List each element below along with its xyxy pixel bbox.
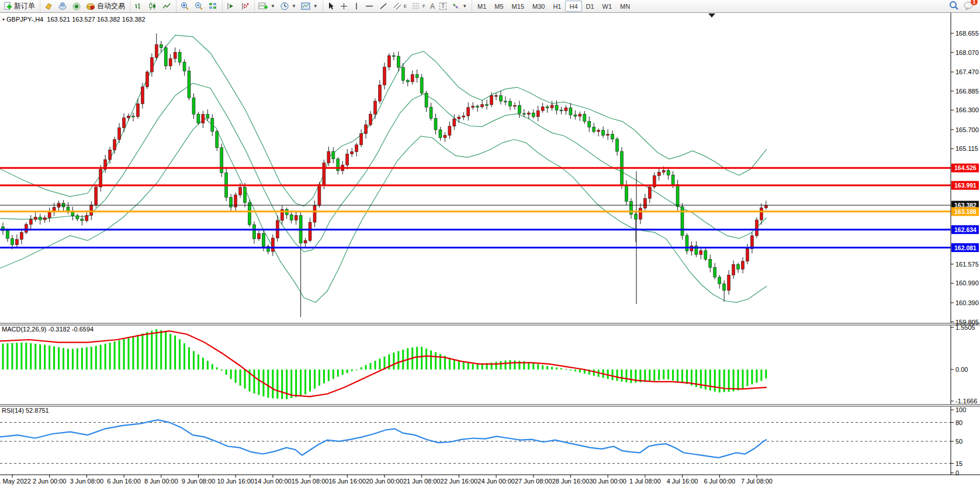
price-tick-label: 160.390: [955, 299, 979, 306]
cursor-icon: [327, 2, 335, 11]
rsi-axis-label: 80: [955, 419, 962, 426]
svg-text:164.526: 164.526: [954, 164, 976, 171]
vertical-line-icon: [353, 2, 360, 11]
chart-shift-icon: [240, 2, 250, 11]
date-tick-label: 24 Jun 00:00: [477, 478, 515, 485]
date-tick-label: 22 Jun 16:00: [441, 478, 478, 485]
line-chart-button[interactable]: [160, 0, 174, 12]
toolbar-group-panels: 自动交易: [40, 0, 129, 12]
timeframe-M5[interactable]: M5: [490, 1, 507, 12]
indicators-dropdown-button[interactable]: ▼: [256, 0, 278, 12]
market-watch-icon: [44, 2, 53, 11]
timeframe-H4[interactable]: H4: [565, 1, 581, 12]
fibonacci-button[interactable]: F: [409, 0, 428, 12]
date-tick-label: 28 Jun 16:00: [552, 478, 590, 485]
auto-scroll-button[interactable]: [224, 0, 238, 12]
date-tick-label: 1 Jul 08:00: [629, 478, 661, 485]
macd-signal-value: -0.6594: [72, 326, 94, 333]
rsi-pane: [0, 420, 951, 463]
date-tick-label: 7 Jul 08:00: [741, 478, 773, 485]
price-pane: [0, 33, 951, 317]
rsi-indicator-label: RSI(14) 52.8751: [2, 407, 49, 414]
rsi-line: [0, 420, 767, 458]
date-axis[interactable]: 31 May 20222 Jun 00:003 Jun 08:006 Jun 1…: [0, 475, 773, 485]
rsi-value: 52.8751: [26, 407, 49, 414]
svg-text:162.634: 162.634: [954, 226, 976, 233]
indicators-icon: [258, 2, 268, 11]
chart-shift-button[interactable]: [238, 0, 252, 12]
rsi-axis-label: 100: [955, 406, 966, 413]
text-button[interactable]: A: [428, 0, 437, 12]
date-tick-label: 6 Jun 16:00: [107, 478, 141, 485]
fibonacci-icon: [411, 2, 421, 11]
arrows-dropdown-button[interactable]: ▼: [449, 0, 469, 12]
navigator-button[interactable]: [56, 0, 70, 12]
chart-canvas[interactable]: 168.655168.070167.470166.885166.300165.7…: [0, 12, 980, 487]
timeframe-D1[interactable]: D1: [582, 1, 598, 12]
timeframe-MN[interactable]: MN: [616, 1, 634, 12]
date-tick-label: 16 Jun 16:00: [328, 478, 366, 485]
autotrading-button[interactable]: 自动交易: [84, 0, 127, 12]
periods-dropdown-button[interactable]: ▼: [278, 0, 299, 12]
market-watch-button[interactable]: [41, 0, 56, 12]
templates-dropdown-button[interactable]: ▼: [299, 0, 320, 12]
new-order-label: 新订单: [14, 1, 35, 11]
auto-scroll-icon: [226, 2, 236, 11]
price-axis[interactable]: 168.655168.070167.470166.885166.300165.7…: [951, 30, 979, 476]
new-order-button[interactable]: 新订单: [1, 0, 37, 12]
date-tick-label: 20 Jun 00:00: [366, 478, 403, 485]
price-tick-label: 160.990: [955, 279, 979, 286]
line-chart-icon: [162, 2, 171, 11]
text-label-button[interactable]: T: [437, 0, 449, 12]
svg-text:163.991: 163.991: [954, 182, 976, 189]
chevron-down-icon: ▼: [271, 4, 275, 9]
price-tick-label: 165.700: [955, 126, 979, 133]
notification-badge: 1: [971, 0, 978, 5]
main-toolbar: 新订单 自动交易 ▼ ▼ ▼ E F A T ▼: [0, 0, 980, 13]
date-tick-label: 14 Jun 00:00: [254, 478, 292, 485]
svg-text:162.081: 162.081: [954, 244, 976, 251]
timeframe-M30[interactable]: M30: [528, 1, 549, 12]
date-tick-label: 3 Jun 08:00: [70, 478, 104, 485]
text-label-icon: T: [439, 2, 446, 10]
chart-ohlc-values: 163.521 163.527 163.382 163.382: [47, 16, 145, 23]
crosshair-button[interactable]: [337, 0, 351, 12]
text-icon: A: [430, 2, 435, 11]
bollinger-upper: [0, 35, 767, 206]
candlestick-button[interactable]: [146, 0, 160, 12]
zoom-in-button[interactable]: [178, 0, 192, 12]
toolbar-group-scroll: [222, 0, 253, 12]
rsi-axis-label: 50: [955, 438, 962, 445]
svg-text:163.188: 163.188: [954, 208, 976, 215]
timeframe-M15[interactable]: M15: [508, 1, 528, 12]
candlestick-icon: [148, 2, 157, 11]
search-button[interactable]: [949, 1, 959, 12]
trendline-button[interactable]: [376, 0, 390, 12]
chart-shift-marker[interactable]: [708, 13, 715, 18]
price-tick-label: 166.885: [955, 88, 979, 95]
price-tick-label: 165.115: [955, 145, 978, 152]
candles-layer: [2, 33, 768, 317]
channel-button[interactable]: E: [390, 0, 409, 12]
date-tick-label: 6 Jul 00:00: [704, 478, 735, 485]
arrows-icon: [451, 2, 460, 11]
chevron-down-icon: ▼: [292, 4, 296, 9]
zoom-out-button[interactable]: [192, 0, 206, 12]
timeframe-H1[interactable]: H1: [549, 1, 565, 12]
timeframe-M1[interactable]: M1: [473, 1, 490, 12]
bar-chart-button[interactable]: [131, 0, 146, 12]
horizontal-line-button[interactable]: [362, 0, 376, 12]
tile-windows-button[interactable]: [206, 0, 220, 12]
date-tick-label: 27 Jun 08:00: [515, 478, 552, 485]
signals-button[interactable]: [70, 0, 84, 12]
templates-icon: [301, 2, 311, 11]
cursor-button[interactable]: [324, 0, 337, 12]
toolbar-group-order: 新订单: [0, 0, 39, 12]
timeframe-W1[interactable]: W1: [598, 1, 617, 12]
chart-window[interactable]: 168.655168.070167.470166.885166.300165.7…: [0, 12, 980, 487]
one-click-trading-toggle-icon[interactable]: ▾: [2, 17, 5, 22]
horizontal-line-icon: [365, 2, 374, 11]
vertical-line-button[interactable]: [351, 0, 362, 12]
notifications-button[interactable]: 1: [964, 1, 974, 12]
toolbar-group-charttype: [130, 0, 175, 12]
